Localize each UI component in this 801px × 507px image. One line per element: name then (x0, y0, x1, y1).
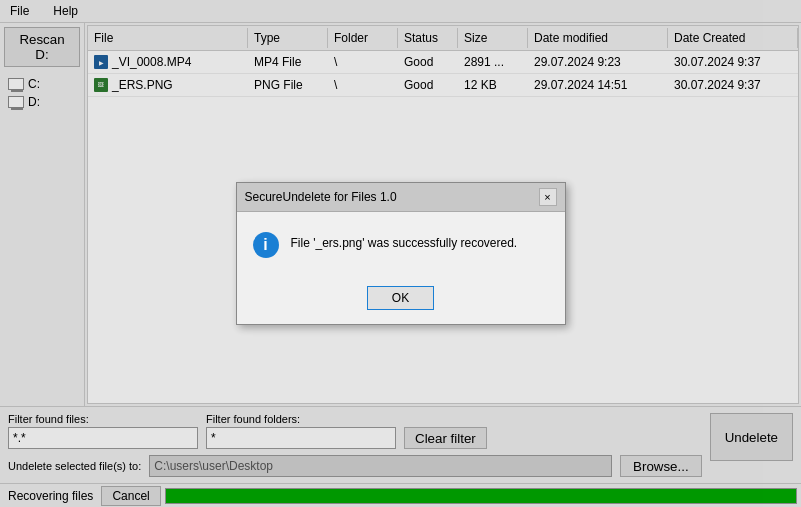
dialog-overlay: SecureUndelete for Files 1.0 × i File '_… (0, 0, 801, 507)
dialog: SecureUndelete for Files 1.0 × i File '_… (236, 182, 566, 325)
dialog-footer: OK (237, 278, 565, 324)
dialog-title-bar: SecureUndelete for Files 1.0 × (237, 183, 565, 212)
dialog-message: File '_ers.png' was successfully recover… (291, 232, 518, 250)
info-icon: i (253, 232, 279, 258)
dialog-title-text: SecureUndelete for Files 1.0 (245, 190, 397, 204)
dialog-body: i File '_ers.png' was successfully recov… (237, 212, 565, 278)
dialog-close-button[interactable]: × (539, 188, 557, 206)
ok-button[interactable]: OK (367, 286, 434, 310)
